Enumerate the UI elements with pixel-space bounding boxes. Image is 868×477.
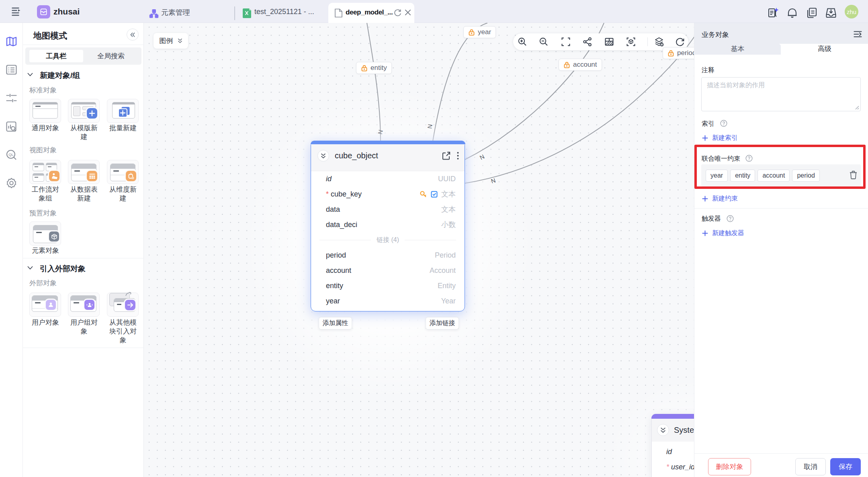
svg-text:QL: QL <box>8 152 14 157</box>
